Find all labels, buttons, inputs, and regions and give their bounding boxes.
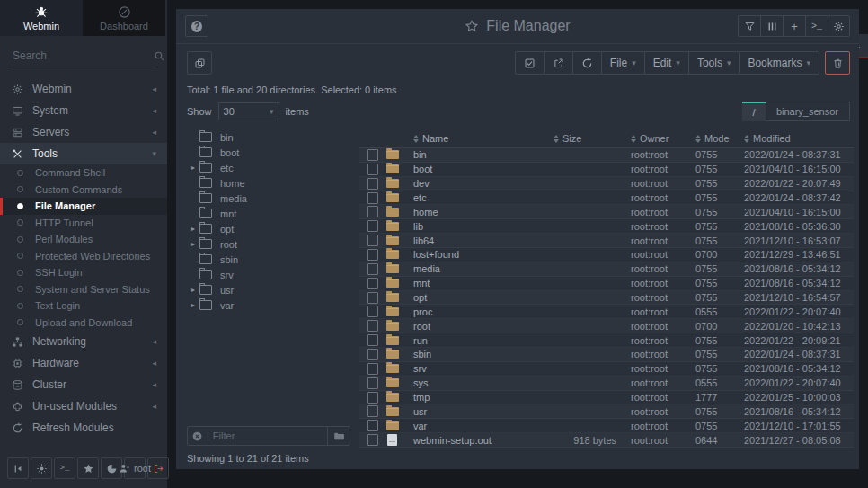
tree-item-var[interactable]: ▸var <box>187 297 350 313</box>
file-name-link[interactable]: usr <box>413 406 554 417</box>
sidebar-item-cluster[interactable]: Cluster◂ <box>0 374 167 395</box>
menu-file[interactable]: File▾ <box>601 51 644 75</box>
breadcrumb-segment[interactable]: binary_sensor <box>766 102 850 121</box>
file-name-link[interactable]: webmin-setup.out <box>413 435 554 446</box>
file-name-link[interactable]: run <box>413 335 554 346</box>
search-input[interactable] <box>11 49 154 63</box>
file-name-link[interactable]: srv <box>413 363 554 374</box>
file-name-link[interactable]: dev <box>413 178 554 189</box>
row-checkbox[interactable] <box>367 206 378 217</box>
sidebar-item-file-manager[interactable]: File Manager <box>0 198 167 215</box>
table-row[interactable]: varroot:root07552021/12/10 - 17:01:55 <box>359 419 854 433</box>
file-name-link[interactable]: lib <box>413 221 554 232</box>
sidebar-item-upload-and-download[interactable]: Upload and Download <box>0 315 167 332</box>
table-row[interactable]: etcroot:root07552022/01/24 - 08:37:42 <box>359 191 854 206</box>
table-row[interactable]: mediaroot:root07552021/08/16 - 05:34:12 <box>359 262 854 277</box>
row-checkbox[interactable] <box>367 405 378 417</box>
favorites-button[interactable] <box>77 457 99 479</box>
row-checkbox[interactable] <box>367 149 378 161</box>
file-name-link[interactable]: bin <box>413 149 554 160</box>
table-row[interactable]: srvroot:root07552021/08/16 - 05:34:12 <box>359 362 854 377</box>
settings-button[interactable] <box>828 15 850 37</box>
table-row[interactable]: runroot:root07552022/01/22 - 20:09:21 <box>359 333 854 348</box>
table-row[interactable]: lib64root:root07552021/12/10 - 16:53:07 <box>359 234 854 248</box>
menu-tools[interactable]: Tools▾ <box>688 51 740 75</box>
sidebar-item-servers[interactable]: Servers◂ <box>0 121 167 143</box>
file-name-link[interactable]: home <box>413 207 554 217</box>
sidebar-item-perl-modules[interactable]: Perl Modules <box>0 231 167 248</box>
row-checkbox[interactable] <box>367 363 378 375</box>
row-checkbox[interactable] <box>367 420 378 431</box>
terminal-button[interactable]: >_ <box>54 457 75 479</box>
table-row[interactable]: lost+foundroot:root07002021/12/29 - 13:4… <box>359 248 854 262</box>
tree-item-root[interactable]: ▸root <box>187 236 350 252</box>
file-name-link[interactable]: var <box>413 421 554 431</box>
trash-button[interactable] <box>825 51 850 75</box>
export-button[interactable] <box>544 51 572 75</box>
file-name-link[interactable]: lost+found <box>413 249 554 260</box>
row-checkbox[interactable] <box>367 320 378 332</box>
sidebar-item-protected-web-directories[interactable]: Protected Web Directories <box>0 248 167 265</box>
sidebar-item-http-tunnel[interactable]: HTTP Tunnel <box>0 215 167 232</box>
file-name-link[interactable]: mnt <box>413 278 554 288</box>
column-header-size[interactable]: Size <box>554 133 631 144</box>
sidebar-item-text-login[interactable]: Text Login <box>0 297 167 315</box>
row-checkbox[interactable] <box>367 349 378 360</box>
sidebar-item-webmin[interactable]: Webmin◂ <box>0 78 167 100</box>
expand-arrow-icon[interactable]: ▸ <box>187 164 199 172</box>
file-name-link[interactable]: tmp <box>413 392 554 403</box>
table-row[interactable]: sbinroot:root07552022/01/24 - 08:37:31 <box>359 348 854 362</box>
row-checkbox[interactable] <box>367 220 378 232</box>
table-row[interactable]: homeroot:root07552021/04/10 - 16:15:00 <box>359 205 854 219</box>
folder-filter-button[interactable] <box>327 427 350 445</box>
file-name-link[interactable]: opt <box>413 292 554 303</box>
tab-dashboard[interactable]: Dashboard <box>83 0 165 36</box>
row-checkbox[interactable] <box>367 249 378 261</box>
help-button[interactable]: ? <box>185 15 208 37</box>
tree-item-media[interactable]: media <box>187 191 350 206</box>
file-name-link[interactable]: etc <box>413 192 554 203</box>
tree-item-etc[interactable]: ▸etc <box>187 160 350 175</box>
row-checkbox[interactable] <box>367 164 378 175</box>
user-button[interactable]: root <box>124 457 146 479</box>
tree-item-usr[interactable]: ▸usr <box>187 282 350 297</box>
table-row[interactable]: sysroot:root05552022/01/22 - 20:07:40 <box>359 377 854 391</box>
add-button[interactable]: + <box>783 15 805 37</box>
tree-item-bin[interactable]: bin <box>187 129 350 145</box>
logout-button[interactable] <box>147 457 169 479</box>
clear-filter-icon[interactable] <box>191 430 203 442</box>
table-row[interactable]: binroot:root07552022/01/24 - 08:37:31 <box>359 148 854 163</box>
column-header-owner[interactable]: Owner <box>631 133 695 144</box>
tree-item-boot[interactable]: boot <box>187 145 350 160</box>
row-checkbox[interactable] <box>367 306 378 317</box>
terminal-button[interactable]: >_ <box>805 15 828 37</box>
menu-edit[interactable]: Edit▾ <box>644 51 688 75</box>
table-row[interactable]: optroot:root07552021/12/10 - 16:54:57 <box>359 291 854 306</box>
row-checkbox[interactable] <box>367 263 378 275</box>
column-header-modified[interactable]: Modified <box>744 133 854 144</box>
tree-item-sbin[interactable]: sbin <box>187 252 350 267</box>
expand-arrow-icon[interactable]: ▸ <box>187 225 199 233</box>
row-checkbox[interactable] <box>367 292 378 304</box>
file-name-link[interactable]: proc <box>413 306 554 317</box>
breadcrumb-root[interactable]: / <box>742 102 766 121</box>
file-name-link[interactable]: lib64 <box>413 235 554 246</box>
sidebar-item-system-and-server-status[interactable]: System and Server Status <box>0 281 167 298</box>
table-row[interactable]: devroot:root07552022/01/22 - 20:07:49 <box>359 177 854 191</box>
filter-button[interactable] <box>738 15 760 37</box>
table-row[interactable]: mntroot:root07552021/08/16 - 05:34:12 <box>359 277 854 291</box>
file-name-link[interactable]: sbin <box>413 349 554 359</box>
row-checkbox[interactable] <box>367 392 378 404</box>
show-count-select[interactable]: 30 ▾ <box>218 102 279 120</box>
collapse-sidebar-button[interactable] <box>7 457 29 479</box>
sidebar-item-command-shell[interactable]: Command Shell <box>0 164 167 182</box>
refresh-button[interactable] <box>572 51 601 75</box>
row-checkbox[interactable] <box>367 278 378 289</box>
tree-item-srv[interactable]: srv <box>187 267 350 282</box>
file-name-link[interactable]: root <box>413 321 554 332</box>
tab-webmin[interactable]: Webmin <box>0 0 83 36</box>
table-row[interactable]: procroot:root05552022/01/22 - 20:07:40 <box>359 305 854 319</box>
column-header-mode[interactable]: Mode <box>695 133 744 144</box>
row-checkbox[interactable] <box>367 434 378 446</box>
favorite-star-icon[interactable] <box>465 19 479 33</box>
